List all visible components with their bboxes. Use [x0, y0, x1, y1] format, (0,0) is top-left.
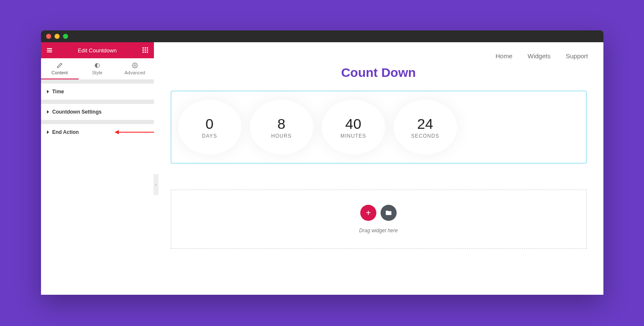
pencil-icon: [57, 62, 63, 68]
svg-rect-3: [143, 47, 144, 49]
countdown-label: SECONDS: [411, 133, 439, 139]
section-time[interactable]: Time: [41, 84, 154, 100]
tab-label: Style: [92, 70, 102, 75]
folder-icon: [385, 209, 392, 216]
menu-icon[interactable]: [46, 47, 53, 54]
section-label: End Action: [52, 129, 79, 135]
svg-rect-4: [145, 47, 146, 49]
countdown-label: HOURS: [271, 133, 291, 139]
collapse-sidebar-button[interactable]: ‹: [153, 174, 159, 195]
widgets-grid-icon[interactable]: [142, 47, 149, 54]
nav-link-home[interactable]: Home: [496, 52, 512, 60]
widget-dropzone[interactable]: + Drag widget here: [171, 190, 586, 249]
plus-icon: +: [366, 208, 371, 218]
sidebar-container: Edit Countdown Content Style: [41, 42, 154, 295]
tab-content[interactable]: Content: [41, 58, 79, 79]
section-countdown-settings[interactable]: Countdown Settings: [41, 104, 154, 120]
close-window-button[interactable]: [46, 34, 51, 39]
add-section-button[interactable]: +: [360, 205, 376, 221]
svg-rect-11: [147, 52, 148, 53]
caret-right-icon: [47, 110, 49, 114]
caret-right-icon: [47, 130, 49, 134]
app-body: Edit Countdown Content Style: [41, 42, 603, 295]
countdown-seconds: 24 SECONDS: [394, 100, 457, 155]
tab-advanced[interactable]: Advanced: [116, 58, 154, 79]
section-end-action[interactable]: End Action: [41, 124, 154, 140]
dropzone-hint: Drag widget here: [359, 228, 397, 234]
countdown-value: 0: [206, 116, 214, 132]
countdown-value: 24: [417, 116, 433, 132]
preview-nav: Home Widgets Support: [154, 42, 603, 60]
minimize-window-button[interactable]: [55, 34, 60, 39]
window-titlebar: [41, 30, 603, 42]
svg-rect-5: [147, 47, 148, 49]
sidebar-header: Edit Countdown: [41, 42, 154, 58]
template-library-button[interactable]: [381, 205, 397, 221]
section-label: Countdown Settings: [52, 109, 102, 115]
countdown-minutes: 40 MINUTES: [322, 100, 385, 155]
tab-label: Advanced: [125, 70, 145, 75]
editor-tabs: Content Style Advanced: [41, 58, 154, 79]
maximize-window-button[interactable]: [63, 34, 68, 39]
nav-link-widgets[interactable]: Widgets: [528, 52, 551, 60]
svg-rect-8: [147, 49, 148, 51]
svg-rect-7: [145, 49, 146, 51]
caret-right-icon: [47, 90, 49, 93]
svg-rect-6: [143, 49, 144, 51]
countdown-label: MINUTES: [340, 133, 366, 139]
canvas-area: ‹ Home Widgets Support Count Down 0 DAYS…: [154, 42, 603, 295]
tab-style[interactable]: Style: [79, 58, 116, 79]
countdown-widget[interactable]: 0 DAYS 8 HOURS 40 MINUTES 24 SECONDS: [171, 91, 586, 163]
contrast-icon: [94, 62, 100, 68]
tab-label: Content: [52, 70, 68, 75]
svg-rect-9: [143, 52, 144, 53]
chevron-left-icon: ‹: [155, 182, 156, 187]
gear-icon: [132, 62, 138, 68]
editor-sidebar: Edit Countdown Content Style: [41, 42, 154, 140]
svg-point-12: [134, 65, 136, 66]
svg-rect-10: [145, 52, 146, 53]
dropzone-buttons: +: [360, 205, 397, 221]
countdown-value: 8: [277, 116, 285, 132]
app-window: Edit Countdown Content Style: [41, 30, 603, 295]
countdown-value: 40: [345, 116, 362, 132]
countdown-label: DAYS: [202, 133, 217, 139]
nav-link-support[interactable]: Support: [566, 52, 588, 60]
countdown-days: 0 DAYS: [178, 100, 241, 155]
sidebar-title: Edit Countdown: [53, 47, 142, 54]
countdown-hours: 8 HOURS: [250, 100, 313, 155]
page-title: Count Down: [154, 65, 603, 80]
section-label: Time: [52, 89, 64, 95]
